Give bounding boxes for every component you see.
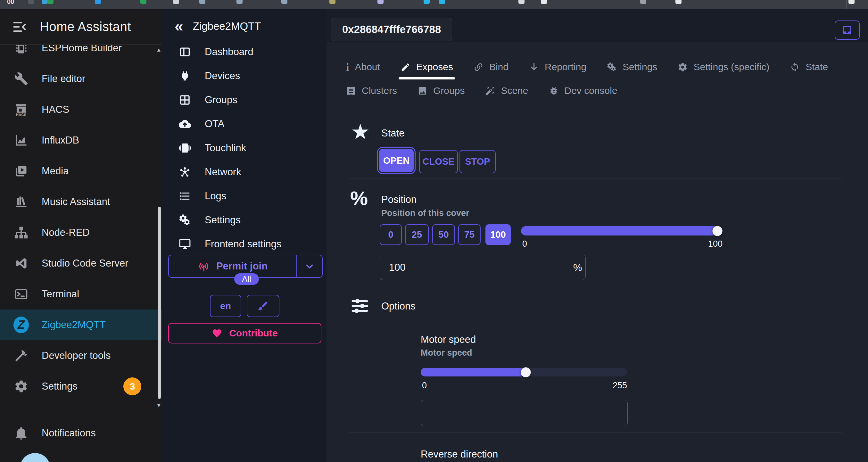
browser-tab-favicon[interactable]: [377, 0, 383, 4]
sidebar-item-label: Notifications: [42, 427, 96, 439]
sidebar-item-studio-code-server[interactable]: Studio Code Server: [0, 248, 162, 279]
scrollbar-up-arrow[interactable]: ▲: [156, 47, 161, 53]
cloud-upload-icon: [179, 118, 191, 130]
sidebar-item-developer-tools[interactable]: Developer tools: [0, 340, 162, 371]
browser-tab-favicon[interactable]: [330, 0, 336, 4]
app-title: Home Assistant: [40, 20, 131, 34]
browser-tab-favicon[interactable]: [640, 0, 646, 4]
z2m-item-logs[interactable]: Logs: [162, 184, 327, 208]
contribute-button[interactable]: Contribute: [168, 323, 321, 343]
z2m-item-ota[interactable]: OTA: [162, 112, 327, 136]
motor-speed-input[interactable]: [421, 400, 628, 426]
z2m-item-dashboard[interactable]: Dashboard: [162, 40, 327, 64]
sidebar-toggle-icon[interactable]: [12, 20, 27, 34]
collapse-sidebar-icon[interactable]: «: [175, 19, 183, 34]
browser-tab-favicon[interactable]: [95, 0, 101, 4]
open-button[interactable]: OPEN: [379, 149, 414, 172]
position-slider[interactable]: [521, 226, 722, 236]
tab-clusters[interactable]: Clusters: [346, 85, 397, 96]
sidebar-item-label: HACS: [42, 104, 69, 115]
browser-tab-bar[interactable]: 00: [0, 0, 868, 9]
sidebar-item-settings[interactable]: Settings 3: [0, 371, 162, 402]
tab-scene[interactable]: Scene: [485, 85, 528, 96]
tab-state[interactable]: State: [790, 62, 828, 72]
scrollbar-down-arrow[interactable]: ▼: [156, 402, 161, 409]
position-preset-50[interactable]: 50: [432, 224, 455, 245]
motor-speed-slider[interactable]: [421, 368, 627, 376]
tab-reporting[interactable]: Reporting: [529, 62, 586, 72]
sidebar-item-zigbee2mqtt[interactable]: Z Zigbee2MQTT: [0, 309, 162, 340]
sidebar-item-terminal[interactable]: Terminal: [0, 279, 162, 309]
browser-tab-favicon[interactable]: [676, 0, 682, 4]
device-id-chip[interactable]: 0x286847fffe766788: [331, 18, 452, 41]
z2m-item-network[interactable]: Network: [162, 160, 327, 184]
sidebar-item-esphome-builder[interactable]: ESPHome Builder: [0, 45, 162, 63]
sidebar-item-label: Terminal: [42, 288, 79, 300]
tab-settings[interactable]: Settings: [607, 62, 657, 72]
sidebar-item-influxdb[interactable]: InfluxDB: [0, 125, 162, 156]
permit-join-scope-badge: All: [234, 273, 259, 285]
z2m-item-touchlink[interactable]: Touchlink: [162, 136, 327, 160]
sidebar-item-hacs[interactable]: HACS: [0, 94, 162, 125]
sidebar-item-notifications[interactable]: Notifications: [0, 418, 162, 449]
browser-tab-favicon[interactable]: [199, 0, 206, 4]
z2m-item-label: Logs: [205, 190, 226, 202]
position-preset-25[interactable]: 25: [405, 224, 429, 245]
tab-bind[interactable]: Bind: [473, 62, 508, 72]
sidebar-scrollbar-thumb[interactable]: [158, 207, 161, 399]
browser-tab-favicon[interactable]: [424, 0, 430, 4]
browser-tab-favicon[interactable]: [519, 0, 525, 4]
tab-exposes[interactable]: Exposes: [401, 62, 453, 72]
browser-tab-favicon[interactable]: [48, 0, 54, 4]
stop-button[interactable]: STOP: [460, 150, 496, 173]
sidebar-item-file-editor[interactable]: File editor: [0, 63, 162, 94]
z2m-sidebar: « Zigbee2MQTT Dashboard Devices Groups O…: [162, 9, 327, 462]
browser-tab-favicon[interactable]: [439, 0, 445, 4]
browser-tab-favicon[interactable]: [42, 0, 48, 4]
terminal-icon: [13, 286, 29, 302]
grid-icon: [179, 94, 191, 106]
magic-wand-icon: [485, 86, 495, 96]
permit-join-dropdown-button[interactable]: [297, 255, 322, 277]
browser-tab-favicon[interactable]: [281, 0, 287, 4]
tab-dev-console[interactable]: Dev console: [549, 85, 617, 96]
section-divider: [349, 288, 842, 288]
position-preset-0[interactable]: 0: [380, 224, 402, 245]
browser-tab-favicon[interactable]: [28, 0, 34, 4]
hammer-icon: [13, 348, 29, 363]
browser-tab-favicon[interactable]: 00: [7, 0, 14, 4]
position-preset-100[interactable]: 100: [486, 224, 511, 245]
sidebar-item-media[interactable]: Media: [0, 156, 162, 186]
browser-tab-favicon[interactable]: [541, 0, 547, 4]
browser-tab-favicon[interactable]: [140, 0, 147, 4]
ha-sidebar: Home Assistant ESPHome Builder File edit…: [0, 9, 162, 462]
tab-about[interactable]: i About: [346, 62, 380, 72]
z2m-item-groups[interactable]: Groups: [162, 88, 327, 112]
reverse-direction-label: Reverse direction: [421, 449, 498, 460]
z2m-item-devices[interactable]: Devices: [162, 64, 327, 88]
sidebar-item-node-red[interactable]: Node-RED: [0, 217, 162, 248]
language-button[interactable]: en: [210, 295, 241, 317]
tune-icon: [350, 296, 369, 316]
motor-speed-slider-thumb[interactable]: [521, 367, 531, 377]
inbox-button[interactable]: [835, 21, 860, 40]
theme-button[interactable]: [247, 295, 279, 317]
z2m-item-label: Settings: [205, 214, 241, 226]
list-icon: [179, 190, 191, 203]
user-avatar[interactable]: [20, 453, 50, 462]
sidebar-item-music-assistant[interactable]: Music Assistant: [0, 186, 162, 217]
position-value-input[interactable]: [380, 255, 586, 280]
plug-icon: [179, 69, 191, 82]
z2m-item-frontend-settings[interactable]: Frontend settings: [162, 232, 327, 256]
position-slider-thumb[interactable]: [713, 226, 722, 236]
close-button[interactable]: CLOSE: [419, 150, 458, 173]
permit-join-button[interactable]: Permit join: [169, 255, 297, 277]
browser-tab-favicon[interactable]: [848, 0, 855, 4]
sidebar-item-label: Developer tools: [42, 350, 111, 361]
tab-settings-specific[interactable]: Settings (specific): [678, 62, 769, 72]
browser-tab-favicon[interactable]: [237, 0, 243, 4]
z2m-item-settings[interactable]: Settings: [162, 208, 327, 232]
position-preset-75[interactable]: 75: [458, 224, 480, 245]
tab-groups[interactable]: Groups: [417, 85, 465, 96]
browser-tab-favicon[interactable]: [173, 0, 179, 4]
